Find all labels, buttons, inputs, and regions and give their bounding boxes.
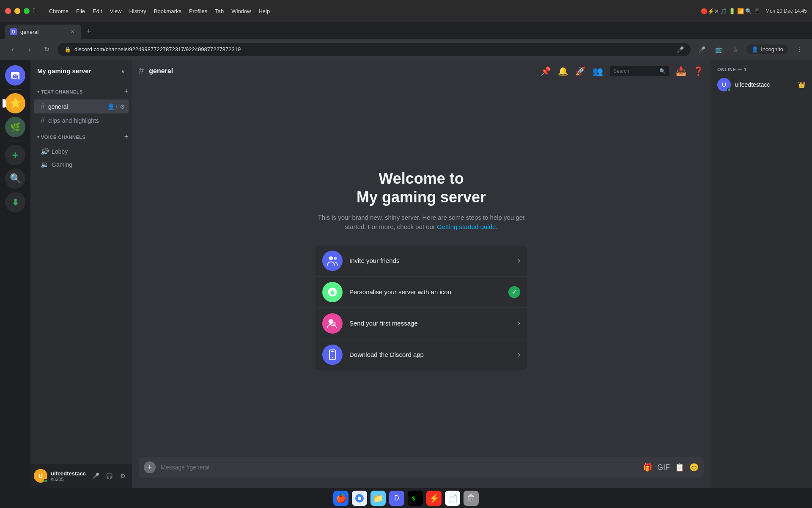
close-button[interactable] <box>5 8 11 14</box>
add-text-channel-button[interactable]: + <box>124 87 129 96</box>
dock-terminal-icon[interactable]: $_ <box>408 491 423 506</box>
invite-friends-card[interactable]: Invite your friends › <box>315 246 527 276</box>
notifications-icon[interactable]: 🔔 <box>558 66 568 76</box>
menu-help[interactable]: Help <box>258 8 270 14</box>
tab-close-button[interactable]: ✕ <box>69 28 76 36</box>
download-button[interactable]: ⬇ <box>5 192 25 213</box>
server-dropdown-icon: ∨ <box>121 68 125 75</box>
macos-menu: Chrome File Edit View History Bookmarks … <box>49 8 270 14</box>
discord-home-button[interactable] <box>5 65 25 86</box>
text-channel-hash-icon: # <box>41 102 45 111</box>
channel-sidebar: My gaming server ∨ ▾ TEXT CHANNELS + # g… <box>30 60 132 488</box>
profile-button[interactable]: 👤 Incognito <box>746 44 788 54</box>
microphone-icon[interactable]: 🎤 <box>90 470 102 482</box>
channel-item-lobby[interactable]: 🔊 Lobby <box>34 145 129 158</box>
dock-finder-icon[interactable]: 🍎 <box>333 491 348 506</box>
voice-channels-header[interactable]: ▾ VOICE CHANNELS + <box>30 131 132 143</box>
user-tag: #8205 <box>51 477 86 482</box>
menu-history[interactable]: History <box>129 8 146 14</box>
browser-tab[interactable]: D general ✕ <box>5 25 81 39</box>
tab-title: general <box>20 29 65 35</box>
voice-channel-speaker-icon: 🔊 <box>41 147 49 155</box>
channel-item-gaming[interactable]: 🔉 Gaming <box>34 158 129 171</box>
members-sidebar: ONLINE — 1 U uifeedtestacc 👑 <box>710 60 812 488</box>
refresh-button[interactable]: ↻ <box>41 44 52 55</box>
cast-icon[interactable]: 📺 <box>713 44 724 55</box>
help-icon[interactable]: ❓ <box>693 66 704 76</box>
svg-point-10 <box>358 497 361 500</box>
server-header[interactable]: My gaming server ∨ <box>30 60 132 82</box>
server-icon-gaming[interactable]: ⭐ <box>5 93 25 113</box>
minimize-button[interactable] <box>14 8 20 14</box>
emoji-icon[interactable]: 😊 <box>689 463 699 472</box>
menu-tab[interactable]: Tab <box>215 8 224 14</box>
maximize-button[interactable] <box>24 8 30 14</box>
pinned-messages-icon[interactable]: 📌 <box>540 66 551 76</box>
explore-button[interactable]: 🔍 <box>5 168 25 189</box>
url-text: discord.com/channels/922499877227872317/… <box>74 46 241 52</box>
user-settings-icon[interactable]: ⚙ <box>117 470 129 482</box>
boost-icon[interactable]: 🚀 <box>575 66 586 76</box>
channel-name-general: general <box>48 103 105 110</box>
gif-icon[interactable]: GIF <box>657 463 670 472</box>
add-server-button[interactable]: + <box>5 145 25 165</box>
member-item[interactable]: U uifeedtestacc 👑 <box>714 75 809 94</box>
menu-profiles[interactable]: Profiles <box>189 8 207 14</box>
channel-search[interactable]: Search 🔍 <box>610 66 669 76</box>
dock-files-icon[interactable]: 📄 <box>445 491 460 506</box>
window-controls[interactable] <box>5 8 30 14</box>
online-status-dot <box>44 479 48 483</box>
mic-icon[interactable]: 🎤 <box>696 44 708 55</box>
menu-edit[interactable]: Edit <box>93 8 102 14</box>
dock-discord-icon[interactable]: D <box>389 491 404 506</box>
message-arrow: › <box>518 319 520 328</box>
download-app-icon <box>322 345 343 365</box>
server-divider <box>8 89 22 90</box>
welcome-subtitle: This is your brand new, shiny server. He… <box>315 213 527 232</box>
headset-icon[interactable]: 🎧 <box>103 470 115 482</box>
dock-gaming-icon[interactable]: ⚡ <box>426 491 442 506</box>
chevron-right-icon: › <box>518 256 520 265</box>
url-bar[interactable]: 🔒 discord.com/channels/92249987722787231… <box>58 43 691 56</box>
send-message-card[interactable]: Send your first message › <box>315 308 527 339</box>
personalise-check: ✓ <box>508 286 520 298</box>
add-member-icon[interactable]: 👤+ <box>107 103 118 110</box>
menu-window[interactable]: Window <box>231 8 251 14</box>
add-voice-channel-button[interactable]: + <box>124 133 129 141</box>
channel-item-general[interactable]: # general 👤+ ⚙ <box>34 99 129 113</box>
server-divider-2 <box>8 141 22 141</box>
menu-bookmarks[interactable]: Bookmarks <box>154 8 181 14</box>
message-input-field[interactable]: + Message #general 🎁 GIF 📋 😊 <box>139 457 704 478</box>
text-channels-header[interactable]: ▾ TEXT CHANNELS + <box>30 86 132 98</box>
member-avatar: U <box>717 78 731 91</box>
menu-chrome[interactable]: Chrome <box>49 8 69 14</box>
personalise-server-label: Personalise your server with an icon <box>349 288 502 295</box>
personalise-server-card[interactable]: Personalise your server with an icon ✓ <box>315 277 527 307</box>
dock-chrome-icon[interactable] <box>352 491 367 506</box>
download-app-card[interactable]: Download the Discord app › <box>315 340 527 370</box>
menu-view[interactable]: View <box>110 8 121 14</box>
menu-file[interactable]: File <box>76 8 85 14</box>
channel-item-clips[interactable]: # clips-and-highlights <box>34 113 129 127</box>
check-complete-icon: ✓ <box>508 286 520 298</box>
invite-friends-label: Invite your friends <box>349 257 511 264</box>
getting-started-link[interactable]: Getting started guide. <box>437 223 497 230</box>
settings-gear-icon[interactable]: ⚙ <box>120 103 125 110</box>
sticker-icon[interactable]: 📋 <box>675 463 684 472</box>
dock-folder-icon[interactable]: 📁 <box>370 491 386 506</box>
text-section-label: TEXT CHANNELS <box>41 89 124 94</box>
channel-action-icons: 👤+ ⚙ <box>107 103 125 110</box>
back-button[interactable]: ‹ <box>7 44 19 55</box>
attach-file-button[interactable]: + <box>144 461 156 473</box>
server-icon-red[interactable]: 🌿 <box>5 117 25 137</box>
chrome-menu-button[interactable]: ⋮ <box>793 44 805 55</box>
gift-icon[interactable]: 🎁 <box>643 463 652 472</box>
voice-channels-section: ▾ VOICE CHANNELS + 🔊 Lobby 🔉 Gaming <box>30 131 132 171</box>
members-list-icon[interactable]: 👥 <box>593 66 603 76</box>
new-tab-button[interactable]: + <box>83 25 95 37</box>
inbox-icon[interactable]: 📥 <box>676 66 686 76</box>
forward-button[interactable]: › <box>24 44 36 55</box>
bookmark-star-icon[interactable]: ☆ <box>730 44 741 55</box>
dock-trash-icon[interactable]: 🗑 <box>464 491 479 506</box>
member-badge-icon: 👑 <box>798 81 805 88</box>
